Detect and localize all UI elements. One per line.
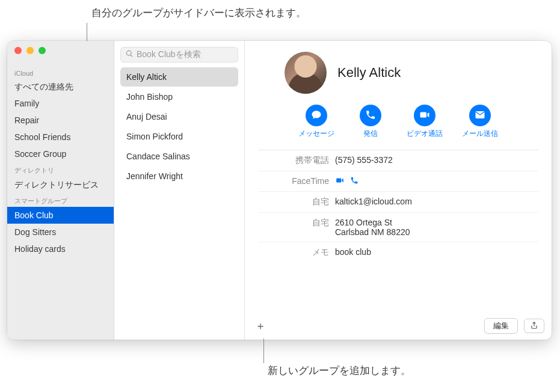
contact-fields: 携帯電話 (575) 555-3372 FaceTime 自宅 kaltick1… — [258, 150, 538, 263]
sidebar: iCloud すべての連絡先 Family Repair School Frie… — [7, 41, 114, 340]
list-item[interactable]: Candace Salinas — [120, 147, 238, 166]
sidebar-section-icloud: iCloud — [7, 66, 114, 78]
minimize-window-button[interactable] — [26, 47, 34, 54]
plus-icon: ＋ — [255, 319, 266, 333]
callout-add-group: 新しいグループを追加します。 — [268, 364, 411, 378]
sidebar-item-book-club[interactable]: Book Club — [7, 207, 114, 224]
search-placeholder: Book Clubを検索 — [137, 49, 201, 60]
share-button[interactable] — [524, 319, 544, 333]
contact-detail-pane: Kelly Altick メッセージ 発信 — [245, 41, 552, 340]
contacts-window: iCloud すべての連絡先 Family Repair School Frie… — [7, 41, 552, 340]
video-icon — [419, 109, 430, 122]
edit-button[interactable]: 編集 — [484, 318, 518, 334]
facetime-video-icon[interactable] — [335, 176, 345, 186]
action-call[interactable]: 発信 — [354, 105, 387, 139]
avatar[interactable] — [285, 52, 327, 94]
sidebar-item-dog-sitters[interactable]: Dog Sitters — [7, 224, 114, 240]
list-item[interactable]: John Bishop — [120, 87, 238, 106]
field-label-mobile: 携帯電話 — [258, 155, 335, 166]
mail-icon — [475, 109, 485, 122]
sidebar-section-directory: ディレクトリ — [7, 162, 114, 176]
sidebar-section-smart-group: スマートグループ — [7, 193, 114, 207]
callout-groups-sidebar: 自分のグループがサイドバーに表示されます。 — [91, 6, 306, 20]
sidebar-item-directory-service[interactable]: ディレクトリサービス — [7, 176, 114, 193]
sidebar-item-soccer-group[interactable]: Soccer Group — [7, 145, 114, 162]
callout-line — [87, 23, 87, 43]
facetime-audio-icon[interactable] — [349, 176, 359, 186]
maximize-window-button[interactable] — [38, 47, 46, 54]
field-label-facetime: FaceTime — [258, 176, 335, 186]
message-icon — [311, 109, 322, 122]
list-item[interactable]: Anuj Desai — [120, 107, 238, 126]
window-controls — [7, 47, 114, 54]
sidebar-item-repair[interactable]: Repair — [7, 112, 114, 129]
field-value-home-email[interactable]: kaltick1@icloud.com — [335, 197, 412, 207]
search-input[interactable]: Book Clubを検索 — [120, 47, 238, 63]
contact-list: Kelly Altick John Bishop Anuj Desai Simo… — [114, 67, 244, 186]
search-icon — [126, 50, 134, 60]
action-video[interactable]: ビデオ通話 — [407, 105, 443, 139]
field-label-note: メモ — [258, 247, 335, 258]
phone-icon — [365, 109, 376, 122]
list-item[interactable]: Simon Pickford — [120, 127, 238, 146]
callout-line — [263, 338, 264, 363]
field-label-home-address: 自宅 — [258, 218, 335, 237]
add-button[interactable]: ＋ — [252, 319, 269, 333]
sidebar-item-family[interactable]: Family — [7, 95, 114, 112]
action-mail[interactable]: メール送信 — [462, 105, 498, 139]
list-item[interactable]: Jennifer Wright — [120, 167, 238, 186]
field-value-mobile[interactable]: (575) 555-3372 — [335, 155, 393, 166]
sidebar-item-holiday-cards[interactable]: Holiday cards — [7, 240, 114, 257]
contact-list-column: Book Clubを検索 Kelly Altick John Bishop An… — [114, 41, 245, 340]
contact-name: Kelly Altick — [337, 65, 401, 81]
field-value-note[interactable]: book club — [335, 247, 371, 258]
action-message[interactable]: メッセージ — [298, 105, 334, 139]
sidebar-item-school-friends[interactable]: School Friends — [7, 129, 114, 145]
sidebar-item-all-contacts[interactable]: すべての連絡先 — [7, 78, 114, 95]
field-value-home-address[interactable]: 2610 Ortega St Carlsbad NM 88220 — [335, 218, 410, 237]
field-label-home-email: 自宅 — [258, 197, 335, 207]
contact-actions: メッセージ 発信 ビデオ通話 — [258, 105, 538, 139]
list-item[interactable]: Kelly Altick — [120, 67, 238, 87]
share-icon — [530, 321, 538, 331]
bottom-bar: ＋ 編集 — [252, 318, 544, 334]
close-window-button[interactable] — [14, 47, 22, 54]
